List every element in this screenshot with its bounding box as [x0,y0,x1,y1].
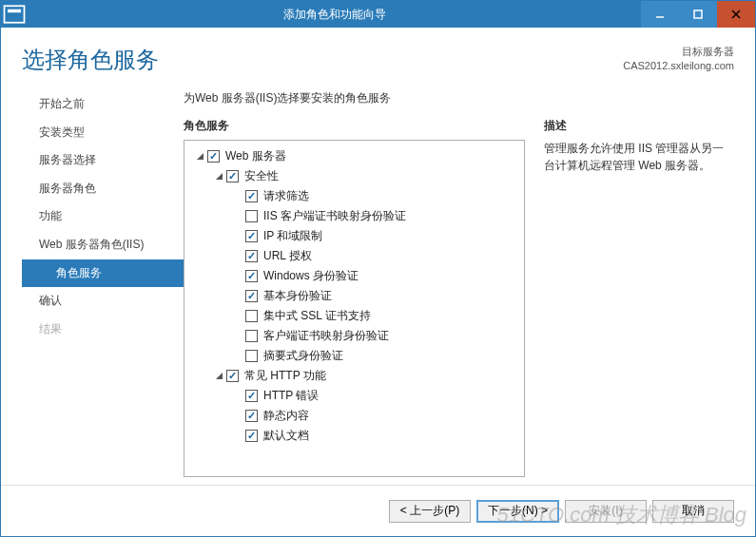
checkbox[interactable] [245,190,258,202]
tree-item-label: 静态内容 [263,408,309,424]
tree-item-label: Web 服务器 [225,148,286,164]
role-services-tree[interactable]: Web 服务器安全性请求筛选IIS 客户端证书映射身份验证IP 和域限制URL … [184,140,525,477]
tree-item-label: 默认文档 [263,428,309,444]
svg-rect-1 [8,10,21,13]
checkbox[interactable] [226,370,239,382]
tree-label: 角色服务 [184,118,525,134]
tree-item-label: 客户端证书映射身份验证 [263,328,389,344]
wizard-nav: 开始之前安装类型服务器选择服务器角色功能Web 服务器角色(IIS)角色服务确认… [22,90,184,477]
main-panel: 为Web 服务器(IIS)选择要安装的角色服务 角色服务 Web 服务器安全性请… [184,90,734,477]
nav-item-7[interactable]: 确认 [22,287,184,316]
cancel-button[interactable]: 取消 [652,500,734,523]
tree-item-label: 安全性 [244,168,279,184]
tree-item[interactable]: Web 服务器 [188,146,520,166]
checkbox[interactable] [245,310,258,322]
nav-item-6[interactable]: 角色服务 [22,259,184,288]
minimize-button[interactable] [641,1,679,28]
checkbox[interactable] [207,150,220,163]
maximize-button[interactable] [679,1,717,28]
close-button[interactable] [717,1,755,28]
description-label: 描述 [544,118,734,134]
tree-item[interactable]: 客户端证书映射身份验证 [188,326,520,346]
tree-item[interactable]: IIS 客户端证书映射身份验证 [188,206,520,226]
svg-rect-0 [5,6,25,23]
tree-item-label: 集中式 SSL 证书支持 [263,308,371,324]
tree-item[interactable]: 集中式 SSL 证书支持 [188,306,520,326]
tree-item[interactable]: HTTP 错误 [188,386,520,406]
checkbox[interactable] [245,210,258,222]
app-icon [1,1,28,28]
tree-item[interactable]: 摘要式身份验证 [188,346,520,366]
tree-item[interactable]: URL 授权 [188,246,520,266]
checkbox[interactable] [245,250,258,262]
tree-item[interactable]: 请求筛选 [188,186,520,206]
checkbox[interactable] [245,230,258,242]
nav-item-4[interactable]: 功能 [22,202,184,231]
tree-item[interactable]: Windows 身份验证 [188,266,520,286]
header-row: 选择角色服务 目标服务器 CAS2012.sxleilong.com [22,45,734,75]
tree-item-label: 摘要式身份验证 [263,348,343,364]
window-title: 添加角色和功能向导 [28,7,641,23]
checkbox[interactable] [245,410,258,422]
description-column: 描述 管理服务允许使用 IIS 管理器从另一台计算机远程管理 Web 服务器。 [544,118,734,477]
tree-item-label: 常见 HTTP 功能 [244,368,326,384]
tree-item-label: Windows 身份验证 [263,268,359,284]
expander-icon[interactable] [194,151,205,163]
tree-item-label: IP 和域限制 [263,228,322,244]
tree-column: 角色服务 Web 服务器安全性请求筛选IIS 客户端证书映射身份验证IP 和域限… [184,118,525,477]
checkbox[interactable] [226,170,239,182]
nav-item-5[interactable]: Web 服务器角色(IIS) [22,231,184,259]
tree-item[interactable]: 安全性 [188,166,520,186]
nav-item-0[interactable]: 开始之前 [22,90,184,119]
titlebar: 添加角色和功能向导 [1,1,755,28]
tree-item[interactable]: 常见 HTTP 功能 [188,366,520,386]
page-title: 选择角色服务 [22,45,159,75]
install-button: 安装(I) [565,500,647,523]
expander-icon[interactable] [213,371,224,382]
checkbox[interactable] [245,350,258,362]
wizard-window: 添加角色和功能向导 选择角色服务 目标服务器 CAS2012.sxleilong… [0,0,756,537]
target-server: CAS2012.sxleilong.com [623,59,734,73]
checkbox[interactable] [245,390,258,402]
checkbox[interactable] [245,430,258,442]
body-row: 开始之前安装类型服务器选择服务器角色功能Web 服务器角色(IIS)角色服务确认… [22,90,734,477]
checkbox[interactable] [245,270,258,282]
nav-item-2[interactable]: 服务器选择 [22,146,184,175]
panel-row: 角色服务 Web 服务器安全性请求筛选IIS 客户端证书映射身份验证IP 和域限… [184,118,734,477]
instruction-text: 为Web 服务器(IIS)选择要安装的角色服务 [184,90,734,106]
footer: < 上一步(P) 下一步(N) > 安装(I) 取消 [1,485,755,536]
tree-item-label: 请求筛选 [263,188,309,204]
nav-item-8: 结果 [22,316,184,344]
nav-item-1[interactable]: 安装类型 [22,119,184,147]
checkbox[interactable] [245,290,258,302]
description-text: 管理服务允许使用 IIS 管理器从另一台计算机远程管理 Web 服务器。 [544,140,734,174]
expander-icon[interactable] [213,171,224,182]
checkbox[interactable] [245,330,258,342]
next-button[interactable]: 下一步(N) > [476,500,559,523]
svg-rect-3 [694,10,702,18]
tree-item[interactable]: 默认文档 [188,426,520,446]
tree-item[interactable]: IP 和域限制 [188,226,520,246]
content-area: 选择角色服务 目标服务器 CAS2012.sxleilong.com 开始之前安… [1,28,755,477]
tree-item-label: 基本身份验证 [263,288,332,304]
window-controls [641,1,755,28]
tree-item-label: IIS 客户端证书映射身份验证 [263,208,406,224]
tree-item-label: HTTP 错误 [263,388,319,404]
target-server-info: 目标服务器 CAS2012.sxleilong.com [623,45,734,74]
target-label: 目标服务器 [623,45,734,59]
tree-item[interactable]: 基本身份验证 [188,286,520,306]
previous-button[interactable]: < 上一步(P) [389,500,471,523]
tree-item-label: URL 授权 [263,248,312,264]
tree-item[interactable]: 静态内容 [188,406,520,426]
nav-item-3[interactable]: 服务器角色 [22,175,184,203]
